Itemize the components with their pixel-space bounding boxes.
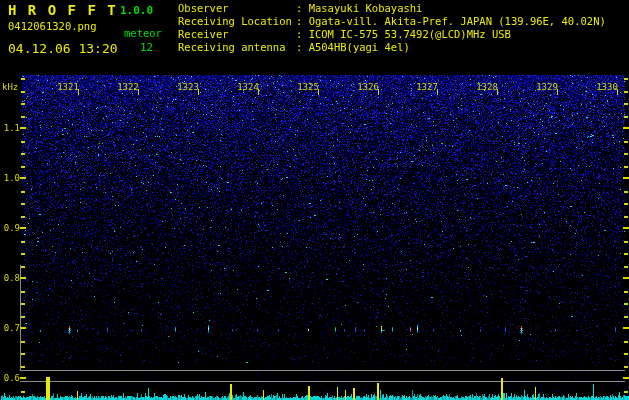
- datetime-label: 04.12.06 13:20: [8, 41, 118, 56]
- station-info-row: Observer: Masayuki Kobayashi: [178, 2, 606, 15]
- station-info: Observer: Masayuki KobayashiReceiving Lo…: [178, 2, 606, 54]
- station-info-row: Receiving Location: Ogata-vill. Akita-Pr…: [178, 15, 606, 28]
- output-filename: 0412061320.png: [8, 20, 97, 32]
- info-label: Receiving antenna: [178, 41, 296, 54]
- info-value: Masayuki Kobayashi: [309, 2, 423, 14]
- app-title: H R O F F T: [8, 2, 117, 18]
- info-label: Receiving Location: [178, 15, 296, 28]
- info-colon: :: [296, 28, 309, 40]
- time-tick-label: 1328: [474, 82, 500, 92]
- info-colon: :: [296, 41, 309, 53]
- time-tick-label: 1327: [414, 82, 440, 92]
- info-label: Observer: [178, 2, 296, 15]
- info-colon: :: [296, 15, 309, 27]
- overlay: H R O F F T 1.0.0 0412061320.png meteor …: [0, 0, 629, 400]
- freq-tick-label: 1.0: [0, 173, 20, 183]
- freq-tick-label: 0.6: [0, 373, 20, 383]
- freq-tick-label: 0.8: [0, 273, 20, 283]
- time-tick-label: 1325: [295, 82, 321, 92]
- station-info-row: Receiving antenna: A504HB(yagi 4el): [178, 41, 606, 54]
- freq-tick-label: 1.1: [0, 123, 20, 133]
- mode-label: meteor: [124, 27, 162, 39]
- hrofft-window: H R O F F T 1.0.0 0412061320.png meteor …: [0, 0, 629, 400]
- info-value: ICOM IC-575 53.7492(@LCD)MHz USB: [309, 28, 511, 40]
- time-tick-label: 1330: [594, 82, 620, 92]
- time-tick-label: 1321: [55, 82, 81, 92]
- time-tick-label: 1323: [175, 82, 201, 92]
- time-tick-label: 1329: [534, 82, 560, 92]
- echo-count: 12: [140, 41, 153, 54]
- freq-tick-label: 0.9: [0, 223, 20, 233]
- info-colon: :: [296, 2, 309, 14]
- info-value: A504HB(yagi 4el): [309, 41, 410, 53]
- station-info-row: Receiver: ICOM IC-575 53.7492(@LCD)MHz U…: [178, 28, 606, 41]
- time-tick-label: 1322: [115, 82, 141, 92]
- info-label: Receiver: [178, 28, 296, 41]
- info-value: Ogata-vill. Akita-Pref. JAPAN (139.96E, …: [309, 15, 606, 27]
- freq-tick-label: 0.7: [0, 323, 20, 333]
- freq-axis-unit: kHz: [2, 82, 18, 92]
- time-tick-label: 1324: [235, 82, 261, 92]
- time-tick-label: 1326: [355, 82, 381, 92]
- app-version: 1.0.0: [120, 4, 153, 17]
